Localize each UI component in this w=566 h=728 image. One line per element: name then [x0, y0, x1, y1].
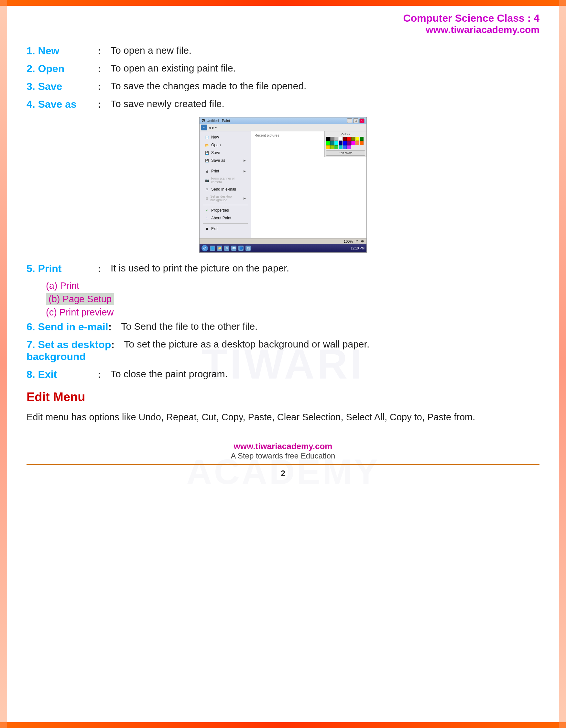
taskbar-icon-6[interactable]: 🖼 [246, 246, 251, 251]
list-item: 2. Open : To open an existing paint file… [27, 63, 539, 75]
ribbon-nav: ◀ ▶ ▾ [208, 126, 217, 129]
color-swatch[interactable] [326, 145, 330, 149]
color-swatch[interactable] [338, 145, 342, 149]
minimize-btn[interactable]: — [347, 118, 352, 123]
item-colon: : [98, 263, 111, 275]
edit-menu-text: Edit menu has options like Undo, Repeat,… [27, 409, 539, 425]
color-swatch[interactable] [334, 141, 338, 145]
color-swatch[interactable] [351, 137, 355, 141]
color-swatch[interactable] [326, 141, 330, 145]
item-colon: : [98, 45, 111, 57]
list-item: 5. Print : It is used to print the pictu… [27, 263, 539, 275]
taskbar-icon-5[interactable]: 🔵 [239, 246, 244, 251]
header: Computer Science Class : 4 www.tiwariaca… [27, 12, 539, 35]
color-swatch[interactable] [338, 141, 342, 145]
paint-menu-new[interactable]: 📄 New [200, 133, 251, 141]
footer-divider [27, 464, 539, 465]
item-colon: : [98, 81, 111, 93]
footer-tagline: A Step towards free Education [27, 451, 539, 460]
saveas-label: Save as [211, 158, 225, 163]
menu-separator-2 [203, 205, 248, 205]
maximize-btn[interactable]: □ [353, 118, 358, 123]
paint-menu-button[interactable]: ▪ [201, 125, 207, 130]
color-swatch[interactable] [355, 141, 359, 145]
save-label: Save [211, 150, 220, 155]
color-swatch[interactable] [330, 141, 334, 145]
list-item: 7. Set as desktop background : To set th… [27, 339, 539, 363]
paint-title: Untitled - Paint [207, 119, 230, 123]
desktop-icon: 🖥 [205, 196, 208, 201]
print-icon: 🖨 [205, 169, 209, 173]
item-number: 8. Exit [27, 369, 98, 381]
desktop-label: Set as desktop background [210, 195, 242, 202]
item-number: 3. Save [27, 81, 98, 93]
exit-icon: ✖ [205, 226, 209, 231]
menu-separator-3 [203, 223, 248, 224]
color-swatch[interactable] [351, 141, 355, 145]
print-sub-item-a: (a) Print [46, 281, 539, 291]
zoom-level: 100% [344, 239, 353, 243]
taskbar-icon-3[interactable]: ⚙ [224, 246, 229, 251]
paint-menu-about[interactable]: ℹ About Paint [200, 214, 251, 222]
item-number: 6. Send in e-mail [27, 321, 108, 333]
print-section: (a) Print (b) Page Setup (c) Print previ… [27, 281, 539, 318]
taskbar-icon-2[interactable]: 📁 [217, 246, 222, 251]
paint-menu-save[interactable]: 💾 Save [200, 149, 251, 157]
item-desc: It is used to print the picture on the p… [111, 263, 539, 274]
paint-body: 📄 New 📂 Open 💾 Save 💾 Save as [200, 131, 366, 238]
print-label: Print [211, 169, 219, 173]
item-number: 5. Print [27, 263, 98, 275]
item-number: 1. New [27, 45, 98, 57]
header-url: www.tiwariacademy.com [27, 24, 539, 35]
color-swatch[interactable] [360, 137, 363, 141]
paint-screenshot: 🖼 Untitled - Paint — □ ✕ ▪ ◀ ▶ ▾ [199, 117, 367, 253]
color-swatch[interactable] [343, 145, 347, 149]
color-swatch[interactable] [330, 137, 334, 141]
color-swatch[interactable] [334, 137, 338, 141]
edit-colors-button[interactable]: Edit colors [326, 150, 365, 156]
color-swatch[interactable] [355, 137, 359, 141]
close-btn[interactable]: ✕ [359, 118, 364, 123]
titlebar-buttons: — □ ✕ [347, 118, 364, 123]
paint-menu-properties[interactable]: ✔ Properties [200, 206, 251, 214]
paint-canvas: Recent pictures Colors [251, 131, 366, 238]
edit-menu-heading: Edit Menu [27, 390, 539, 404]
border-top [0, 0, 566, 6]
content-area: 1. New : To open a new file. 2. Open : T… [27, 45, 539, 488]
paint-ribbon: ▪ ◀ ▶ ▾ [200, 124, 366, 131]
color-swatch[interactable] [343, 141, 347, 145]
color-swatch[interactable] [343, 137, 347, 141]
taskbar-icon-1[interactable]: 🌐 [210, 246, 215, 251]
new-label: New [211, 135, 219, 139]
paint-menu-saveas[interactable]: 💾 Save as [200, 157, 251, 164]
color-swatch[interactable] [347, 145, 351, 149]
open-label: Open [211, 143, 221, 147]
header-title: Computer Science Class : 4 [27, 12, 539, 24]
paint-menu-open[interactable]: 📂 Open [200, 141, 251, 149]
list-item: 1. New : To open a new file. [27, 45, 539, 57]
color-swatch[interactable] [330, 145, 334, 149]
start-button[interactable]: ⊙ [202, 245, 208, 251]
paint-menu-email[interactable]: ✉ Send in e-mail [200, 185, 251, 193]
item-desc: To open a new file. [111, 45, 539, 56]
paint-menu-panel: 📄 New 📂 Open 💾 Save 💾 Save as [200, 131, 251, 238]
color-swatch[interactable] [334, 145, 338, 149]
about-icon: ℹ [205, 216, 209, 220]
taskbar-right: 12:10 PM [350, 247, 364, 250]
paint-menu-print[interactable]: 🖨 Print [200, 167, 251, 175]
paint-statusbar: 100% ⊖ ⊕ [200, 238, 366, 244]
item-colon: : [98, 98, 111, 110]
color-swatch[interactable] [338, 137, 342, 141]
color-swatch[interactable] [347, 141, 351, 145]
open-icon: 📂 [205, 143, 209, 147]
color-swatch[interactable] [347, 137, 351, 141]
taskbar-icon-4[interactable]: 📧 [231, 246, 237, 251]
print-sub-item-c: (c) Print preview [46, 307, 539, 318]
paint-menu-exit[interactable]: ✖ Exit [200, 225, 251, 233]
color-swatch[interactable] [360, 141, 363, 145]
page-setup-highlight: (b) Page Setup [46, 293, 114, 305]
list-item: 3. Save : To save the changes made to th… [27, 81, 539, 93]
color-swatch[interactable] [326, 137, 330, 141]
new-icon: 📄 [205, 135, 209, 139]
paint-titlebar: 🖼 Untitled - Paint — □ ✕ [200, 117, 366, 124]
